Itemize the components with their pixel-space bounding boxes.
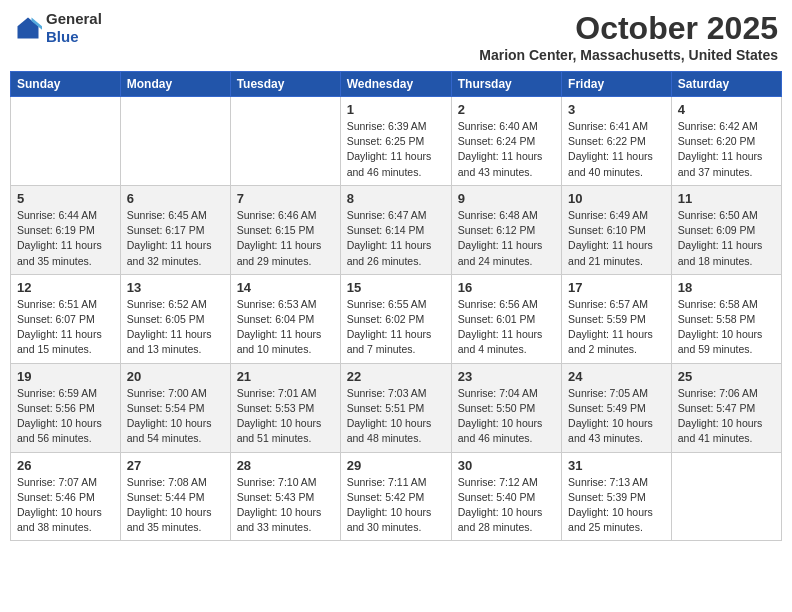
- day-info: Sunrise: 6:56 AMSunset: 6:01 PMDaylight:…: [458, 297, 555, 358]
- calendar-cell: 5Sunrise: 6:44 AMSunset: 6:19 PMDaylight…: [11, 185, 121, 274]
- day-info: Sunrise: 6:42 AMSunset: 6:20 PMDaylight:…: [678, 119, 775, 180]
- day-info: Sunrise: 7:06 AMSunset: 5:47 PMDaylight:…: [678, 386, 775, 447]
- day-number: 26: [17, 458, 114, 473]
- logo-text: General Blue: [46, 10, 102, 46]
- day-number: 20: [127, 369, 224, 384]
- calendar-cell: 27Sunrise: 7:08 AMSunset: 5:44 PMDayligh…: [120, 452, 230, 541]
- day-number: 24: [568, 369, 665, 384]
- day-number: 9: [458, 191, 555, 206]
- day-number: 7: [237, 191, 334, 206]
- day-number: 15: [347, 280, 445, 295]
- calendar-cell: 8Sunrise: 6:47 AMSunset: 6:14 PMDaylight…: [340, 185, 451, 274]
- calendar-cell: 24Sunrise: 7:05 AMSunset: 5:49 PMDayligh…: [562, 363, 672, 452]
- calendar-cell: 13Sunrise: 6:52 AMSunset: 6:05 PMDayligh…: [120, 274, 230, 363]
- svg-marker-0: [18, 18, 39, 39]
- location-title: Marion Center, Massachusetts, United Sta…: [479, 47, 778, 63]
- day-info: Sunrise: 6:50 AMSunset: 6:09 PMDaylight:…: [678, 208, 775, 269]
- day-number: 1: [347, 102, 445, 117]
- header-cell-thursday: Thursday: [451, 72, 561, 97]
- calendar-cell: 1Sunrise: 6:39 AMSunset: 6:25 PMDaylight…: [340, 97, 451, 186]
- day-number: 8: [347, 191, 445, 206]
- day-number: 17: [568, 280, 665, 295]
- title-block: October 2025 Marion Center, Massachusett…: [479, 10, 778, 63]
- header-row: SundayMondayTuesdayWednesdayThursdayFrid…: [11, 72, 782, 97]
- month-title: October 2025: [479, 10, 778, 47]
- calendar-cell: 30Sunrise: 7:12 AMSunset: 5:40 PMDayligh…: [451, 452, 561, 541]
- calendar-cell: 16Sunrise: 6:56 AMSunset: 6:01 PMDayligh…: [451, 274, 561, 363]
- day-info: Sunrise: 6:48 AMSunset: 6:12 PMDaylight:…: [458, 208, 555, 269]
- calendar-cell: 17Sunrise: 6:57 AMSunset: 5:59 PMDayligh…: [562, 274, 672, 363]
- day-number: 21: [237, 369, 334, 384]
- day-number: 4: [678, 102, 775, 117]
- calendar-cell: 14Sunrise: 6:53 AMSunset: 6:04 PMDayligh…: [230, 274, 340, 363]
- day-number: 19: [17, 369, 114, 384]
- day-number: 11: [678, 191, 775, 206]
- day-info: Sunrise: 6:45 AMSunset: 6:17 PMDaylight:…: [127, 208, 224, 269]
- calendar-cell: 28Sunrise: 7:10 AMSunset: 5:43 PMDayligh…: [230, 452, 340, 541]
- day-info: Sunrise: 7:10 AMSunset: 5:43 PMDaylight:…: [237, 475, 334, 536]
- day-info: Sunrise: 6:40 AMSunset: 6:24 PMDaylight:…: [458, 119, 555, 180]
- calendar-week-3: 12Sunrise: 6:51 AMSunset: 6:07 PMDayligh…: [11, 274, 782, 363]
- day-number: 25: [678, 369, 775, 384]
- day-number: 28: [237, 458, 334, 473]
- calendar-cell: 23Sunrise: 7:04 AMSunset: 5:50 PMDayligh…: [451, 363, 561, 452]
- logo-blue: Blue: [46, 28, 102, 46]
- calendar-cell: 7Sunrise: 6:46 AMSunset: 6:15 PMDaylight…: [230, 185, 340, 274]
- day-info: Sunrise: 6:44 AMSunset: 6:19 PMDaylight:…: [17, 208, 114, 269]
- day-number: 12: [17, 280, 114, 295]
- day-number: 6: [127, 191, 224, 206]
- calendar-body: 1Sunrise: 6:39 AMSunset: 6:25 PMDaylight…: [11, 97, 782, 541]
- logo: General Blue: [14, 10, 102, 46]
- logo-general: General: [46, 10, 102, 28]
- logo-icon: [14, 14, 42, 42]
- day-number: 27: [127, 458, 224, 473]
- header-cell-saturday: Saturday: [671, 72, 781, 97]
- day-number: 29: [347, 458, 445, 473]
- calendar-cell: 3Sunrise: 6:41 AMSunset: 6:22 PMDaylight…: [562, 97, 672, 186]
- calendar-cell: 19Sunrise: 6:59 AMSunset: 5:56 PMDayligh…: [11, 363, 121, 452]
- day-info: Sunrise: 7:05 AMSunset: 5:49 PMDaylight:…: [568, 386, 665, 447]
- header-cell-friday: Friday: [562, 72, 672, 97]
- calendar-cell: 25Sunrise: 7:06 AMSunset: 5:47 PMDayligh…: [671, 363, 781, 452]
- calendar-cell: 22Sunrise: 7:03 AMSunset: 5:51 PMDayligh…: [340, 363, 451, 452]
- calendar-cell: 20Sunrise: 7:00 AMSunset: 5:54 PMDayligh…: [120, 363, 230, 452]
- calendar-week-2: 5Sunrise: 6:44 AMSunset: 6:19 PMDaylight…: [11, 185, 782, 274]
- day-number: 31: [568, 458, 665, 473]
- day-info: Sunrise: 7:00 AMSunset: 5:54 PMDaylight:…: [127, 386, 224, 447]
- day-info: Sunrise: 7:11 AMSunset: 5:42 PMDaylight:…: [347, 475, 445, 536]
- calendar-cell: 21Sunrise: 7:01 AMSunset: 5:53 PMDayligh…: [230, 363, 340, 452]
- day-info: Sunrise: 6:49 AMSunset: 6:10 PMDaylight:…: [568, 208, 665, 269]
- calendar-cell: [230, 97, 340, 186]
- calendar-cell: 29Sunrise: 7:11 AMSunset: 5:42 PMDayligh…: [340, 452, 451, 541]
- day-number: 3: [568, 102, 665, 117]
- calendar-cell: 10Sunrise: 6:49 AMSunset: 6:10 PMDayligh…: [562, 185, 672, 274]
- day-info: Sunrise: 6:53 AMSunset: 6:04 PMDaylight:…: [237, 297, 334, 358]
- calendar-cell: [120, 97, 230, 186]
- day-info: Sunrise: 7:13 AMSunset: 5:39 PMDaylight:…: [568, 475, 665, 536]
- day-number: 23: [458, 369, 555, 384]
- calendar-cell: [11, 97, 121, 186]
- day-info: Sunrise: 7:01 AMSunset: 5:53 PMDaylight:…: [237, 386, 334, 447]
- day-number: 13: [127, 280, 224, 295]
- day-number: 2: [458, 102, 555, 117]
- calendar-cell: 26Sunrise: 7:07 AMSunset: 5:46 PMDayligh…: [11, 452, 121, 541]
- calendar-cell: [671, 452, 781, 541]
- day-info: Sunrise: 6:47 AMSunset: 6:14 PMDaylight:…: [347, 208, 445, 269]
- calendar-cell: 4Sunrise: 6:42 AMSunset: 6:20 PMDaylight…: [671, 97, 781, 186]
- day-number: 30: [458, 458, 555, 473]
- calendar-cell: 15Sunrise: 6:55 AMSunset: 6:02 PMDayligh…: [340, 274, 451, 363]
- day-info: Sunrise: 6:46 AMSunset: 6:15 PMDaylight:…: [237, 208, 334, 269]
- day-number: 14: [237, 280, 334, 295]
- calendar-header: SundayMondayTuesdayWednesdayThursdayFrid…: [11, 72, 782, 97]
- day-info: Sunrise: 6:58 AMSunset: 5:58 PMDaylight:…: [678, 297, 775, 358]
- header-cell-tuesday: Tuesday: [230, 72, 340, 97]
- calendar-week-1: 1Sunrise: 6:39 AMSunset: 6:25 PMDaylight…: [11, 97, 782, 186]
- day-info: Sunrise: 7:07 AMSunset: 5:46 PMDaylight:…: [17, 475, 114, 536]
- day-info: Sunrise: 7:08 AMSunset: 5:44 PMDaylight:…: [127, 475, 224, 536]
- header-cell-sunday: Sunday: [11, 72, 121, 97]
- day-info: Sunrise: 6:52 AMSunset: 6:05 PMDaylight:…: [127, 297, 224, 358]
- day-info: Sunrise: 7:03 AMSunset: 5:51 PMDaylight:…: [347, 386, 445, 447]
- day-info: Sunrise: 7:12 AMSunset: 5:40 PMDaylight:…: [458, 475, 555, 536]
- day-info: Sunrise: 7:04 AMSunset: 5:50 PMDaylight:…: [458, 386, 555, 447]
- header-cell-wednesday: Wednesday: [340, 72, 451, 97]
